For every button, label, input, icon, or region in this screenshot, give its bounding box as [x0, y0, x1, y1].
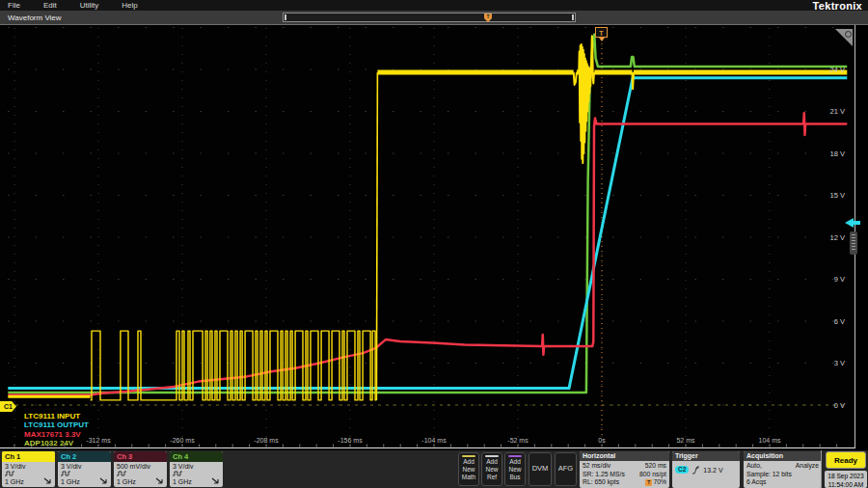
channel-badge-4[interactable]: Ch 43 V/div1 GHz: [170, 451, 223, 487]
trigger-panel[interactable]: Trigger C2 13.2 V: [672, 451, 740, 488]
record-view-bar[interactable]: T: [283, 13, 576, 22]
button-label-line: Bus: [505, 474, 525, 481]
button-label-line: Math: [459, 474, 478, 481]
acquisition-mode: Auto,: [746, 462, 762, 471]
x-axis-label: 0s: [598, 437, 606, 444]
y-axis-label: 21 V: [830, 107, 845, 116]
add-new-math-button[interactable]: AddNewMath: [458, 452, 479, 486]
channel-annotation: MAX17671 3.3V: [24, 430, 81, 439]
channel-badge-label[interactable]: Ch 3: [114, 451, 167, 462]
button-accent: [508, 455, 522, 457]
x-axis-label: 104 ms: [759, 437, 781, 444]
y-axis-label: 15 V: [830, 191, 845, 200]
afg-button[interactable]: AFG: [555, 452, 577, 486]
acquisition-panel[interactable]: Acquisition Auto,Analyze Sample: 12 bits…: [744, 451, 822, 488]
button-label-line: Add: [482, 458, 502, 466]
channel-badge-label[interactable]: Ch 2: [58, 451, 111, 462]
x-axis-label: -312 ms: [86, 437, 111, 444]
trigger-level-value: 13.2 V: [703, 467, 722, 474]
horizontal-window: 520 ms: [645, 462, 666, 471]
y-axis-label: 9 V: [834, 275, 845, 284]
probe-icon: [173, 470, 182, 476]
record-length: RL: 650 kpts: [583, 478, 619, 487]
probe-icon: [5, 470, 14, 476]
channel-annotation: LTC9111 INPUT: [24, 412, 80, 420]
dvm-button[interactable]: DVM: [529, 452, 552, 486]
bandwidth-arrow-icon: [211, 477, 220, 485]
y-axis-label: 12 V: [830, 233, 845, 242]
ready-status-button[interactable]: Ready: [826, 451, 866, 469]
waveform-plot[interactable]: 24 V21 V18 V15 V12 V9 V6 V3 V0 V-312 ms-…: [0, 25, 855, 448]
menu-file[interactable]: File: [8, 1, 20, 10]
channel-scale: 500 mV/div: [117, 463, 164, 470]
menu-help[interactable]: Help: [122, 1, 137, 10]
button-label-line: New: [505, 466, 525, 474]
button-accent: [462, 455, 475, 457]
trace-ch1[interactable]: [579, 36, 594, 163]
x-axis-label: -104 ms: [421, 437, 447, 444]
trace-ch1[interactable]: [633, 72, 635, 89]
acquisition-panel-title: Acquisition: [744, 451, 822, 461]
date-text: 18 Sep 2023: [825, 472, 867, 480]
channel-badge-label[interactable]: Ch 1: [2, 451, 55, 462]
y-axis-label: 6 V: [834, 317, 845, 326]
channel-bandwidth: 1 GHz: [117, 478, 136, 485]
scrollbar-gripper[interactable]: [850, 231, 857, 255]
x-axis-label: -156 ms: [338, 437, 363, 444]
x-axis-label: -52 ms: [507, 437, 529, 444]
y-axis-label: 18 V: [830, 149, 845, 158]
menu-bar: File Edit Utility Help: [0, 0, 868, 11]
channel-scale: 3 V/div: [173, 463, 220, 470]
statusbar-divider: [821, 450, 822, 488]
sample-rate: SR: 1.25 MS/s: [583, 471, 625, 479]
channel-bandwidth: 1 GHz: [173, 478, 192, 485]
menu-utility[interactable]: Utility: [80, 1, 99, 10]
sample-interval: 800 ns/pt: [639, 471, 666, 479]
oscilloscope-screen: File Edit Utility Help Tektronix Wavefor…: [0, 0, 868, 488]
button-label-line: New: [482, 466, 502, 474]
trigger-position-icon: T: [645, 479, 652, 486]
trace-ch1[interactable]: [376, 72, 377, 400]
add-new-bus-button[interactable]: AddNewBus: [504, 452, 526, 486]
trace-ch1[interactable]: [574, 72, 577, 85]
trace-ch4[interactable]: [8, 35, 847, 393]
x-axis-label: -208 ms: [254, 437, 279, 444]
magnifier-icon: [845, 31, 852, 38]
waveform-canvas: 24 V21 V18 V15 V12 V9 V6 V3 V0 V-312 ms-…: [0, 25, 854, 447]
trigger-source-badge[interactable]: C2: [675, 466, 689, 474]
acquisition-count: 6 Acqs: [746, 478, 766, 487]
button-label-line: Add: [505, 458, 525, 466]
tab-waveform-view[interactable]: Waveform View: [8, 14, 62, 22]
bandwidth-arrow-icon: [99, 477, 108, 485]
trace-ch3[interactable]: [8, 113, 847, 394]
y-axis-label: 0 V: [834, 401, 845, 410]
button-label-line: New: [459, 466, 478, 474]
x-axis-label: 52 ms: [676, 437, 695, 444]
record-trigger-marker-icon[interactable]: T: [484, 14, 492, 22]
expansion-point-flag-icon[interactable]: T: [595, 27, 608, 38]
trigger-level-arrow-icon[interactable]: [845, 218, 854, 228]
time-text: 11:54:00 AM: [825, 480, 867, 488]
settings-bar: Ch 13 V/div1 GHzCh 23 V/div1 GHzCh 3500 …: [0, 449, 868, 488]
y-axis-label: 24 V: [830, 66, 845, 74]
channel-annotation: LTC9111 OUTPUT: [24, 420, 89, 429]
menu-edit[interactable]: Edit: [43, 1, 57, 10]
channel-badge-2[interactable]: Ch 23 V/div1 GHz: [58, 451, 111, 487]
channel-badge-1[interactable]: Ch 13 V/div1 GHz: [2, 451, 55, 487]
channel-badge-3[interactable]: Ch 3500 mV/div1 GHz: [114, 451, 167, 487]
y-axis-label: 3 V: [834, 359, 845, 367]
horizontal-panel[interactable]: Horizontal 52 ms/div520 ms SR: 1.25 MS/s…: [580, 451, 669, 488]
trigger-panel-title: Trigger: [672, 451, 740, 461]
datetime-display: 18 Sep 2023 11:54:00 AM: [825, 471, 867, 488]
bandwidth-arrow-icon: [155, 477, 164, 485]
channel-scale: 3 V/div: [61, 463, 108, 470]
channel-bandwidth: 1 GHz: [61, 478, 80, 485]
record-left-bracket-icon: [285, 14, 289, 20]
channel-annotation: ADP1032 24V: [24, 439, 73, 447]
add-new-ref-button[interactable]: AddNewRef: [481, 452, 502, 486]
bandwidth-arrow-icon: [43, 477, 52, 485]
acquisition-sample-bits: Sample: 12 bits: [746, 471, 792, 479]
record-right-bracket-icon: [569, 14, 574, 20]
trigger-position: T70%: [645, 478, 666, 487]
channel-badge-label[interactable]: Ch 4: [170, 451, 223, 462]
